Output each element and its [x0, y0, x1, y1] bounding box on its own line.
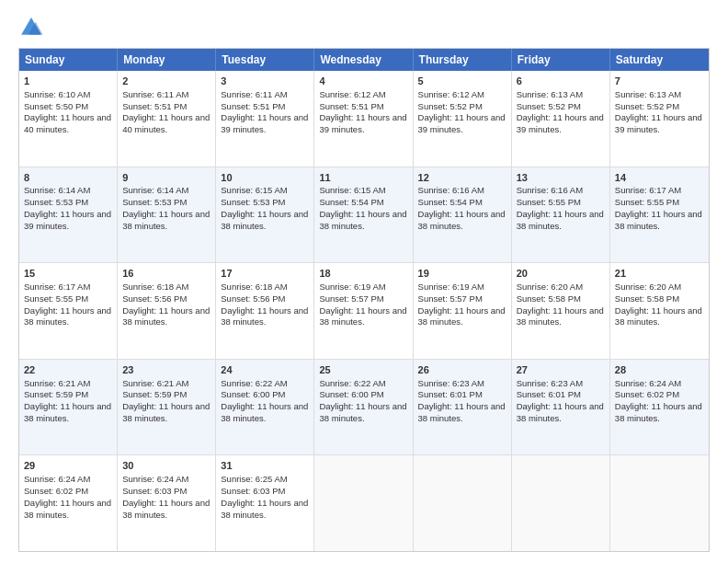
day-cell-21: 21Sunrise: 6:20 AMSunset: 5:58 PMDayligh… [610, 263, 709, 359]
sunset: Sunset: 5:59 PM [24, 389, 88, 399]
day-number: 11 [319, 171, 407, 185]
sunset: Sunset: 6:01 PM [517, 389, 581, 399]
sunrise: Sunrise: 6:24 AM [122, 474, 188, 484]
sunrise: Sunrise: 6:19 AM [418, 282, 484, 292]
calendar-row-1: 1Sunrise: 6:10 AMSunset: 5:50 PMDaylight… [19, 71, 709, 167]
sunset: Sunset: 6:02 PM [615, 389, 679, 399]
sunrise: Sunrise: 6:20 AM [517, 282, 583, 292]
day-number: 6 [517, 75, 605, 88]
day-cell-24: 24Sunrise: 6:22 AMSunset: 6:00 PMDayligh… [216, 360, 314, 455]
sunrise: Sunrise: 6:15 AM [319, 185, 385, 195]
day-number: 20 [517, 267, 605, 281]
day-cell-5: 5Sunrise: 6:12 AMSunset: 5:52 PMDaylight… [414, 71, 512, 167]
daylight: Daylight: 11 hours and 38 minutes. [221, 401, 308, 423]
daylight: Daylight: 11 hours and 38 minutes. [418, 209, 506, 231]
day-cell-19: 19Sunrise: 6:19 AMSunset: 5:57 PMDayligh… [414, 263, 512, 359]
sunset: Sunset: 5:55 PM [517, 197, 581, 207]
day-cell-18: 18Sunrise: 6:19 AMSunset: 5:57 PMDayligh… [314, 263, 413, 359]
empty-cell [414, 455, 512, 551]
daylight: Daylight: 11 hours and 38 minutes. [517, 209, 604, 231]
day-cell-6: 6Sunrise: 6:13 AMSunset: 5:52 PMDaylight… [512, 71, 610, 167]
sunset: Sunset: 5:51 PM [221, 101, 285, 111]
sunset: Sunset: 5:51 PM [319, 101, 383, 111]
daylight: Daylight: 11 hours and 39 minutes. [418, 112, 506, 134]
sunrise: Sunrise: 6:12 AM [418, 89, 484, 99]
sunrise: Sunrise: 6:24 AM [615, 378, 681, 388]
daylight: Daylight: 11 hours and 38 minutes. [24, 498, 111, 520]
day-number: 9 [122, 171, 210, 185]
day-number: 30 [122, 459, 210, 473]
sunset: Sunset: 5:57 PM [418, 293, 483, 304]
day-number: 4 [319, 75, 407, 88]
sunset: Sunset: 6:03 PM [221, 486, 285, 496]
daylight: Daylight: 11 hours and 38 minutes. [319, 209, 406, 231]
sunset: Sunset: 5:52 PM [517, 101, 581, 111]
sunrise: Sunrise: 6:21 AM [24, 378, 90, 388]
sunrise: Sunrise: 6:18 AM [221, 282, 287, 292]
day-number: 8 [24, 171, 112, 185]
calendar-header: SundayMondayTuesdayWednesdayThursdayFrid… [19, 49, 709, 71]
day-number: 23 [122, 363, 210, 377]
sunrise: Sunrise: 6:10 AM [24, 89, 90, 99]
day-header-sunday: Sunday [19, 49, 118, 71]
day-number: 16 [122, 267, 210, 281]
day-number: 25 [319, 363, 407, 377]
sunrise: Sunrise: 6:13 AM [517, 89, 583, 99]
daylight: Daylight: 11 hours and 38 minutes. [122, 401, 210, 423]
daylight: Daylight: 11 hours and 38 minutes. [221, 209, 308, 231]
sunrise: Sunrise: 6:19 AM [319, 282, 385, 292]
day-cell-25: 25Sunrise: 6:22 AMSunset: 6:00 PMDayligh… [314, 360, 413, 455]
sunset: Sunset: 5:53 PM [221, 197, 285, 207]
sunrise: Sunrise: 6:23 AM [517, 378, 583, 388]
day-cell-15: 15Sunrise: 6:17 AMSunset: 5:55 PMDayligh… [19, 263, 118, 359]
day-cell-1: 1Sunrise: 6:10 AMSunset: 5:50 PMDaylight… [19, 71, 118, 167]
sunrise: Sunrise: 6:16 AM [418, 185, 484, 195]
sunset: Sunset: 6:02 PM [24, 486, 88, 496]
calendar: SundayMondayTuesdayWednesdayThursdayFrid… [18, 48, 710, 552]
daylight: Daylight: 11 hours and 39 minutes. [517, 112, 604, 134]
daylight: Daylight: 11 hours and 38 minutes. [122, 498, 210, 520]
daylight: Daylight: 11 hours and 38 minutes. [24, 305, 111, 327]
day-cell-9: 9Sunrise: 6:14 AMSunset: 5:53 PMDaylight… [118, 167, 216, 263]
sunrise: Sunrise: 6:13 AM [615, 89, 681, 99]
day-number: 22 [24, 363, 112, 377]
sunset: Sunset: 6:03 PM [122, 486, 187, 496]
sunrise: Sunrise: 6:11 AM [221, 89, 287, 99]
daylight: Daylight: 11 hours and 38 minutes. [122, 209, 210, 231]
header [18, 15, 710, 40]
sunrise: Sunrise: 6:22 AM [221, 378, 287, 388]
sunset: Sunset: 5:53 PM [24, 197, 88, 207]
day-header-thursday: Thursday [414, 49, 512, 71]
day-number: 18 [319, 267, 407, 281]
day-number: 26 [418, 363, 506, 377]
day-cell-8: 8Sunrise: 6:14 AMSunset: 5:53 PMDaylight… [19, 167, 118, 263]
day-cell-11: 11Sunrise: 6:15 AMSunset: 5:54 PMDayligh… [314, 167, 413, 263]
sunrise: Sunrise: 6:22 AM [319, 378, 385, 388]
empty-cell [610, 455, 709, 551]
day-cell-20: 20Sunrise: 6:20 AMSunset: 5:58 PMDayligh… [512, 263, 610, 359]
sunset: Sunset: 5:50 PM [24, 101, 88, 111]
day-cell-12: 12Sunrise: 6:16 AMSunset: 5:54 PMDayligh… [414, 167, 512, 263]
logo-icon [18, 15, 44, 40]
day-cell-14: 14Sunrise: 6:17 AMSunset: 5:55 PMDayligh… [610, 167, 709, 263]
sunset: Sunset: 6:01 PM [418, 389, 483, 399]
sunset: Sunset: 6:00 PM [221, 389, 285, 399]
sunset: Sunset: 5:54 PM [418, 197, 483, 207]
daylight: Daylight: 11 hours and 38 minutes. [615, 305, 702, 327]
daylight: Daylight: 11 hours and 38 minutes. [517, 305, 604, 327]
day-cell-13: 13Sunrise: 6:16 AMSunset: 5:55 PMDayligh… [512, 167, 610, 263]
sunset: Sunset: 5:51 PM [122, 101, 187, 111]
day-cell-2: 2Sunrise: 6:11 AMSunset: 5:51 PMDaylight… [118, 71, 216, 167]
sunrise: Sunrise: 6:14 AM [122, 185, 188, 195]
day-number: 14 [615, 171, 704, 185]
day-number: 31 [221, 459, 309, 473]
day-cell-30: 30Sunrise: 6:24 AMSunset: 6:03 PMDayligh… [118, 455, 216, 551]
sunrise: Sunrise: 6:11 AM [122, 89, 188, 99]
sunrise: Sunrise: 6:12 AM [319, 89, 385, 99]
logo [18, 15, 48, 40]
sunset: Sunset: 5:52 PM [615, 101, 679, 111]
day-cell-27: 27Sunrise: 6:23 AMSunset: 6:01 PMDayligh… [512, 360, 610, 455]
day-cell-23: 23Sunrise: 6:21 AMSunset: 5:59 PMDayligh… [118, 360, 216, 455]
daylight: Daylight: 11 hours and 38 minutes. [319, 401, 406, 423]
sunrise: Sunrise: 6:17 AM [24, 282, 90, 292]
